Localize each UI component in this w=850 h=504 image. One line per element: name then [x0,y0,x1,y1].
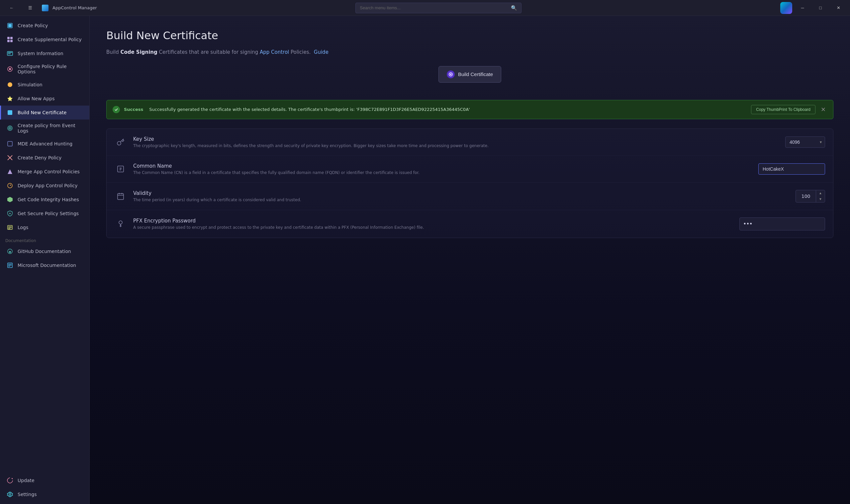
common-name-icon [114,163,127,175]
sidebar-item-logs[interactable]: Logs [0,220,89,234]
sidebar-label-event-logs: Create policy from Event Logs [18,123,84,133]
sidebar-item-supplemental[interactable]: Create Supplemental Policy [0,33,89,47]
common-name-control[interactable] [758,163,825,175]
sidebar-item-secure-policy[interactable]: Get Secure Policy Settings [0,206,89,220]
guide-link[interactable]: Guide [314,49,329,55]
pfx-desc: A secure passphrase used to encrypt and … [133,225,733,230]
certificate-form: Key Size The cryptographic key's length,… [106,128,833,238]
desc-mid: Certificates that are suitable for signi… [157,49,260,55]
svg-marker-22 [7,197,13,202]
pfx-icon [114,218,127,230]
validity-control[interactable]: 100 ▲ ▼ [796,190,825,202]
key-size-label: Key Size [133,136,779,142]
key-size-row: Key Size The cryptographic key's length,… [107,129,833,156]
sidebar-label-system-info: System Information [18,51,64,56]
app-control-link[interactable]: App Control [260,49,289,55]
mde-icon [6,140,14,147]
common-name-input[interactable] [758,163,825,175]
sidebar-label-allow-apps: Allow New Apps [18,96,54,101]
search-box[interactable]: 🔍 [355,3,521,13]
deploy-icon [6,182,14,189]
settings-icon [6,491,14,498]
key-size-select-wrapper[interactable]: 2048 3072 4096 [785,137,825,148]
sidebar-item-code-integrity[interactable]: Get Code Integrity Hashes [0,193,89,206]
sidebar-item-microsoft-docs[interactable]: Microsoft Documentation [0,258,89,272]
sidebar-item-simulation[interactable]: Simulation [0,78,89,92]
sidebar-item-configure-policy[interactable]: Configure Policy Rule Options [0,60,89,78]
allow-apps-icon [6,95,14,102]
menu-button[interactable]: ☰ [22,3,38,13]
close-button[interactable]: ✕ [831,3,846,13]
validity-up-button[interactable]: ▲ [816,190,825,196]
code-integrity-icon [6,196,14,203]
search-input[interactable] [360,5,508,10]
desc-bold: Code Signing [120,49,157,55]
main-layout: Create Policy Create Supplemental Policy… [0,16,850,504]
sidebar-label-build-cert: Build New Certificate [18,110,67,115]
titlebar-left: ← ☰ AppControl Manager [4,3,97,13]
validity-number-group[interactable]: 100 ▲ ▼ [796,190,825,202]
key-size-icon [114,136,127,148]
svg-marker-33 [11,478,13,480]
sidebar-item-github[interactable]: GitHub Documentation [0,245,89,258]
validity-arrows[interactable]: ▲ ▼ [816,190,825,202]
sidebar: Create Policy Create Supplemental Policy… [0,16,90,504]
common-name-content: Common Name The Common Name (CN) is a fi… [133,163,752,175]
sidebar-item-merge[interactable]: Merge App Control Policies [0,165,89,179]
system-info-icon [6,50,14,57]
sidebar-item-update[interactable]: Update [0,473,89,487]
sidebar-item-system-info[interactable]: System Information [0,47,89,60]
logs-icon [6,224,14,231]
app-logo [42,5,49,11]
sidebar-label-merge: Merge App Control Policies [18,169,80,174]
back-button[interactable]: ← [4,3,19,13]
banner-close-button[interactable]: ✕ [819,106,827,113]
sidebar-item-mde[interactable]: MDE Advanced Hunting [0,137,89,151]
sidebar-item-allow-apps[interactable]: Allow New Apps [0,92,89,106]
sidebar-label-supplemental: Create Supplemental Policy [18,37,82,42]
pfx-label: PFX Encryption Password [133,218,733,224]
search-icon: 🔍 [511,5,517,11]
minimize-button[interactable]: ─ [795,3,810,13]
svg-point-16 [9,127,11,129]
svg-point-11 [7,82,12,87]
update-icon [6,477,14,484]
simulation-icon [6,81,14,88]
build-btn-label: Build Certificate [458,71,493,77]
microsoft-docs-icon [6,262,14,269]
svg-rect-2 [7,37,10,39]
sidebar-item-deploy[interactable]: Deploy App Control Policy [0,179,89,193]
svg-point-34 [9,494,11,496]
build-btn-icon [447,70,455,78]
sidebar-label-mde: MDE Advanced Hunting [18,141,72,146]
sidebar-item-event-logs[interactable]: Create policy from Event Logs [0,120,89,137]
desc-pre: Build [106,49,120,55]
sidebar-label-code-integrity: Get Code Integrity Hashes [18,197,79,202]
pfx-password-input[interactable] [739,217,825,230]
validity-icon [114,190,127,202]
key-size-select[interactable]: 2048 3072 4096 [785,137,825,148]
success-banner: Success Successfully generated the certi… [106,100,833,119]
sidebar-item-deny-policy[interactable]: Create Deny Policy [0,151,89,165]
svg-rect-38 [118,194,124,200]
svg-rect-1 [8,24,12,27]
validity-desc: The time period (in years) during which … [133,198,789,202]
key-size-control[interactable]: 2048 3072 4096 [785,137,825,148]
sidebar-item-build-cert[interactable]: Build New Certificate [0,106,89,120]
sidebar-item-settings[interactable]: Settings [0,487,89,501]
event-logs-icon [6,125,14,132]
pfx-content: PFX Encryption Password A secure passphr… [133,218,733,230]
sidebar-item-create-policy[interactable]: Create Policy [0,19,89,33]
sidebar-label-logs: Logs [18,225,28,230]
svg-rect-3 [10,37,13,39]
build-certificate-button[interactable]: Build Certificate [439,66,501,83]
copy-thumbprint-button[interactable]: Copy ThumbPrint To Clipboard [751,105,815,114]
sidebar-label-microsoft-docs: Microsoft Documentation [18,263,76,268]
pfx-control[interactable] [739,217,825,230]
configure-policy-icon [6,66,14,73]
supplemental-icon [6,36,14,43]
merge-icon [6,168,14,175]
sidebar-label-secure-policy: Get Secure Policy Settings [18,211,79,216]
maximize-button[interactable]: □ [813,3,828,13]
validity-down-button[interactable]: ▼ [816,196,825,202]
